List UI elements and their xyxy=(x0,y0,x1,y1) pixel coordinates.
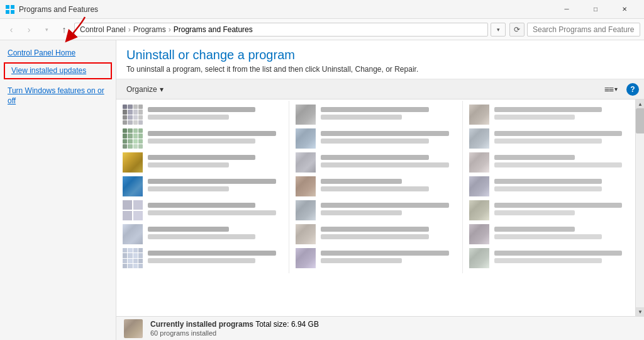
programs-column-3 xyxy=(462,101,635,273)
dropdown-button[interactable]: ▾ xyxy=(39,22,54,37)
list-item[interactable] xyxy=(120,103,285,126)
programs-list[interactable] xyxy=(116,99,635,316)
list-item[interactable] xyxy=(467,223,631,246)
program-text xyxy=(148,155,282,170)
scroll-down-button[interactable]: ▼ xyxy=(636,307,644,316)
list-item[interactable] xyxy=(293,247,458,269)
list-item[interactable] xyxy=(293,175,458,198)
program-text xyxy=(321,203,455,218)
program-icon xyxy=(469,248,489,268)
list-item[interactable] xyxy=(120,247,285,269)
up-button[interactable]: ↑ xyxy=(57,22,72,37)
forward-button[interactable]: › xyxy=(21,22,36,37)
scrollbar[interactable]: ▲ ▼ xyxy=(635,99,644,316)
program-text xyxy=(494,131,629,146)
address-dropdown-button[interactable]: ▾ xyxy=(491,23,506,37)
view-icon: ≡≡ xyxy=(604,84,613,94)
program-icon xyxy=(469,128,489,149)
status-label: Currently installed programs xyxy=(150,320,253,329)
program-icon xyxy=(123,152,143,173)
program-icon xyxy=(296,128,316,149)
program-icon xyxy=(296,248,316,268)
page-description: To uninstall a program, select it from t… xyxy=(126,65,634,74)
program-text xyxy=(494,155,629,170)
list-item[interactable] xyxy=(293,127,458,150)
program-icon xyxy=(296,224,316,244)
window-title: Programs and Features xyxy=(19,5,552,14)
program-icon xyxy=(469,224,489,244)
program-text xyxy=(148,251,282,266)
program-icon xyxy=(123,176,143,196)
program-icon xyxy=(469,152,489,173)
list-item[interactable] xyxy=(467,151,631,174)
main-layout: Control Panel Home View installed update… xyxy=(0,40,644,340)
scroll-track[interactable] xyxy=(636,108,644,307)
list-item[interactable] xyxy=(293,151,458,174)
list-item[interactable] xyxy=(293,223,458,246)
breadcrumb-part-2: Programs xyxy=(133,25,166,34)
sidebar-item-view-installed-updates[interactable]: View installed updates xyxy=(4,62,112,79)
list-item[interactable] xyxy=(467,247,631,269)
window-controls: ─ □ ✕ xyxy=(552,0,639,19)
list-item[interactable] xyxy=(293,199,458,222)
content-header: Uninstall or change a program To uninsta… xyxy=(116,40,644,79)
scroll-up-button[interactable]: ▲ xyxy=(636,99,644,108)
toolbar: Organize ▾ ≡≡ ▾ ? xyxy=(116,79,644,99)
status-icon xyxy=(124,319,143,338)
list-item[interactable] xyxy=(293,103,458,126)
program-icon xyxy=(123,200,143,220)
search-input[interactable] xyxy=(527,23,640,37)
breadcrumb-part-3: Programs and Features xyxy=(174,25,253,34)
status-text: Currently installed programs Total size:… xyxy=(150,320,319,337)
programs-column-1 xyxy=(116,101,289,273)
maximize-button[interactable]: □ xyxy=(581,0,610,19)
list-item[interactable] xyxy=(120,151,285,174)
program-text xyxy=(321,131,455,146)
svg-rect-0 xyxy=(6,5,9,9)
list-item[interactable] xyxy=(120,175,285,198)
list-item[interactable] xyxy=(120,223,285,246)
address-box[interactable]: Control Panel › Programs › Programs and … xyxy=(74,23,488,37)
program-text xyxy=(148,107,282,122)
minimize-button[interactable]: ─ xyxy=(552,0,581,19)
page-title: Uninstall or change a program xyxy=(126,48,634,62)
sidebar: Control Panel Home View installed update… xyxy=(0,40,116,340)
program-text xyxy=(494,251,629,266)
svg-rect-2 xyxy=(6,10,9,14)
close-button[interactable]: ✕ xyxy=(610,0,639,19)
organize-label: Organize xyxy=(126,85,157,94)
program-text xyxy=(321,107,455,122)
list-item[interactable] xyxy=(467,103,631,126)
sidebar-item-control-panel-home[interactable]: Control Panel Home xyxy=(0,45,116,61)
list-item[interactable] xyxy=(120,127,285,150)
program-text xyxy=(148,203,282,218)
list-item[interactable] xyxy=(467,175,631,198)
program-text xyxy=(494,227,629,242)
sidebar-item-turn-windows-features[interactable]: Turn Windows features on or off xyxy=(0,83,116,110)
list-item[interactable] xyxy=(120,199,285,222)
view-button[interactable]: ≡≡ ▾ xyxy=(601,82,621,96)
breadcrumb: Control Panel › Programs › Programs and … xyxy=(80,25,253,34)
status-count: 60 programs installed xyxy=(150,329,216,337)
back-button[interactable]: ‹ xyxy=(4,22,19,37)
program-icon xyxy=(296,200,316,220)
help-button[interactable]: ? xyxy=(626,83,639,96)
list-item[interactable] xyxy=(467,127,631,150)
program-icon xyxy=(296,105,316,125)
svg-rect-1 xyxy=(11,5,14,9)
program-icon xyxy=(123,248,143,268)
organize-chevron-icon: ▾ xyxy=(160,85,164,94)
program-text xyxy=(321,155,455,170)
organize-button[interactable]: Organize ▾ xyxy=(121,83,169,96)
programs-column-2 xyxy=(289,101,462,273)
programs-area: ▲ ▼ xyxy=(116,99,644,316)
scroll-thumb[interactable] xyxy=(636,108,644,133)
list-item[interactable] xyxy=(467,199,631,222)
program-icon xyxy=(469,105,489,125)
program-text xyxy=(321,227,455,242)
status-total-size: Total size: xyxy=(255,320,291,329)
statusbar: Currently installed programs Total size:… xyxy=(116,316,644,340)
refresh-button[interactable]: ⟳ xyxy=(509,23,525,37)
breadcrumb-part-1: Control Panel xyxy=(80,25,126,34)
status-size-value: 6.94 GB xyxy=(291,320,319,329)
